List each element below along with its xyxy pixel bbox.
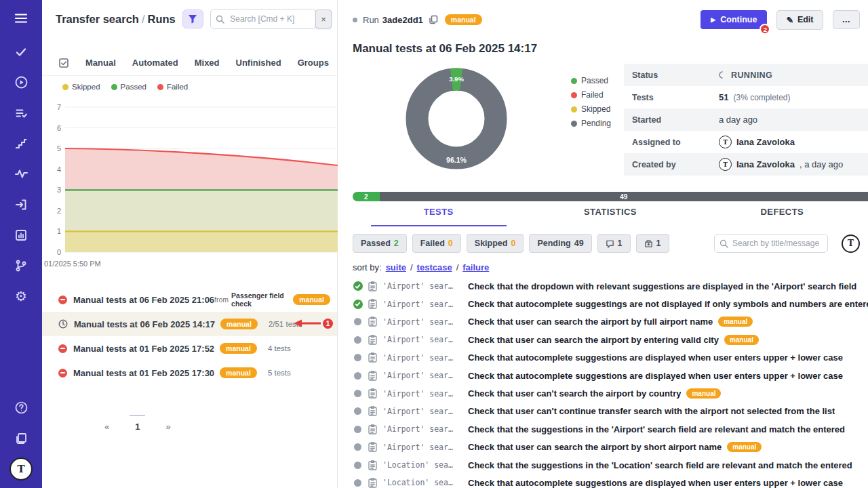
breadcrumb-project[interactable]: Transfer search [56, 13, 139, 25]
test-suite: 'Airport' sear… [382, 353, 462, 363]
edit-button[interactable]: ✎ Edit [776, 10, 823, 30]
steps-icon[interactable] [0, 128, 42, 159]
run-list-item-selected[interactable]: Manual tests at 06 Feb 2025 14:17 manual… [42, 312, 337, 336]
test-row[interactable]: 'Airport' sear… Check that autocomplete … [353, 295, 868, 312]
app-sidebar: ⚙ T [0, 0, 42, 488]
tab-statistics[interactable]: STATISTICS [524, 207, 696, 230]
filter-comments-button[interactable]: 1 [597, 234, 631, 253]
filter-skipped-button[interactable]: Skipped0 [467, 234, 524, 253]
test-row[interactable]: 'Airport' sear… Check that user can sear… [353, 439, 868, 456]
pending-dot-icon [354, 479, 361, 487]
test-title: Check that the suggestions in the 'Locat… [468, 460, 852, 470]
failed-dot-icon [157, 84, 163, 90]
svg-text:5: 5 [57, 144, 61, 152]
test-row[interactable]: 'Location' sea… Check that the suggestio… [353, 456, 868, 474]
pencil-icon: ✎ [786, 15, 793, 25]
svg-text:7: 7 [57, 103, 61, 111]
avatar: T [719, 136, 732, 148]
svg-text:3: 3 [57, 186, 61, 194]
testcase-icon [368, 388, 377, 399]
runs-search: × [210, 9, 329, 29]
reports-icon[interactable] [0, 220, 42, 250]
info-row-tests: Tests 51(3% completed) [624, 86, 868, 108]
testcase-icon [368, 478, 377, 488]
test-row[interactable]: 'Airport' sear… Check that the dropdown … [353, 277, 868, 295]
chart-legend: Skipped Passed Failed [62, 83, 188, 91]
tests-search-input[interactable] [714, 234, 828, 253]
pending-dot-icon [354, 390, 361, 397]
tab-tests[interactable]: TESTS [353, 207, 524, 230]
runs-search-input[interactable] [210, 9, 316, 29]
sort-by-suite-link[interactable]: suite [386, 262, 406, 272]
filter-artifacts-button[interactable]: 1 [636, 234, 669, 253]
run-list-item[interactable]: Manual tests at 01 Feb 2025 17:52 manual… [42, 336, 337, 361]
test-suite: 'Airport' sear… [382, 300, 462, 309]
select-all-icon[interactable] [58, 58, 69, 68]
runs-list: Manual tests at 06 Feb 2025 21:06 from P… [42, 287, 337, 385]
manual-badge: manual [220, 367, 257, 378]
test-row[interactable]: 'Airport' sear… Check that user can sear… [353, 331, 868, 348]
sort-by-failure-link[interactable]: failure [462, 262, 489, 272]
testcase-icon [368, 406, 377, 416]
test-row[interactable]: 'Airport' sear… Check that autocomplete … [353, 367, 868, 384]
test-row[interactable]: 'Airport' sear… Check that user can sear… [353, 313, 868, 331]
tab-unfinished[interactable]: Unfinished [236, 58, 281, 68]
pagination-prev[interactable]: « [99, 415, 115, 432]
run-id: 3ade2dd1 [382, 15, 423, 25]
skipped-dot-icon [62, 84, 68, 90]
pagination-page-1[interactable]: 1 [130, 415, 145, 432]
documentation-icon[interactable] [0, 423, 42, 453]
filter-passed-button[interactable]: Passed2 [353, 234, 407, 253]
run-failed-icon [58, 369, 67, 378]
filter-failed-button[interactable]: Failed0 [412, 234, 461, 253]
app-logo[interactable]: T [0, 453, 42, 484]
test-row[interactable]: 'Airport' sear… Check that the suggestio… [353, 420, 868, 438]
settings-gear-icon[interactable]: ⚙ [0, 281, 42, 311]
more-button[interactable]: … [833, 10, 861, 29]
branches-icon[interactable] [0, 250, 42, 281]
menu-icon[interactable] [0, 0, 42, 37]
testcase-icon [368, 299, 377, 309]
logo-letter: T [9, 458, 33, 481]
test-row[interactable]: 'Airport' sear… Check that user can't se… [353, 384, 868, 402]
pending-dot-icon [354, 426, 361, 433]
test-suite: 'Location' sea… [382, 460, 462, 470]
passed-dot-icon [111, 84, 117, 90]
sort-label: sort by: [353, 262, 382, 272]
pulse-icon[interactable] [0, 159, 42, 189]
continue-button[interactable]: ▶ Continue 2 [701, 10, 767, 29]
funnel-icon [188, 14, 197, 24]
run-list-item[interactable]: Manual tests at 06 Feb 2025 21:06 from P… [42, 287, 337, 312]
test-title: Check that user can search the airport b… [468, 317, 713, 327]
test-row[interactable]: 'Airport' sear… Check that user can't co… [353, 403, 868, 420]
pending-dot-icon [354, 354, 361, 361]
pagination-next[interactable]: » [160, 415, 176, 432]
tab-manual[interactable]: Manual [85, 58, 116, 68]
run-title: Manual tests at 01 Feb 2025 17:52 [73, 344, 214, 354]
tab-groups[interactable]: Groups [298, 58, 329, 68]
header-actions: ▶ Continue 2 ✎ Edit … [701, 10, 860, 30]
sign-in-icon[interactable] [0, 189, 42, 220]
tab-automated[interactable]: Automated [132, 58, 178, 68]
test-row[interactable]: 'Airport' sear… Check that autocomplete … [353, 349, 868, 367]
test-plans-icon[interactable] [0, 98, 42, 128]
test-title: Check that autocomplete suggestions are … [468, 352, 843, 363]
runs-icon[interactable] [0, 67, 42, 98]
copy-icon[interactable] [429, 15, 438, 24]
info-row-assigned: Assigned to TIana Zavoloka [624, 131, 868, 153]
sort-by-testcase-link[interactable]: testcase [417, 262, 452, 272]
testcase-icon [368, 335, 377, 345]
user-avatar[interactable]: T [842, 235, 860, 253]
test-row[interactable]: 'Location' sea… Check that autocomplete … [353, 474, 868, 488]
filter-button[interactable] [182, 9, 203, 28]
run-list-item[interactable]: Manual tests at 01 Feb 2025 17:30 manual… [42, 361, 337, 385]
tab-defects[interactable]: DEFECTS [696, 207, 868, 230]
run-detail-title: Manual tests at 06 Feb 2025 14:17 [353, 42, 537, 56]
search-clear-button[interactable]: × [315, 9, 332, 28]
results-donut-chart: 3.9% 96.1% [401, 64, 511, 174]
help-icon[interactable] [0, 392, 42, 423]
tab-mixed[interactable]: Mixed [195, 58, 220, 68]
checks-icon[interactable] [0, 37, 42, 67]
test-suite: 'Airport' sear… [382, 371, 462, 380]
filter-pending-button[interactable]: Pending49 [529, 234, 591, 253]
